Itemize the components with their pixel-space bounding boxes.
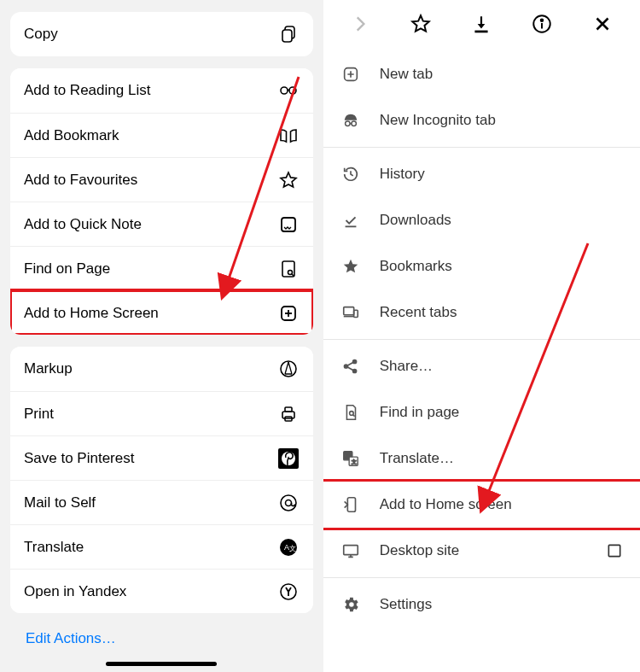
star-outline-icon[interactable] [409, 12, 433, 36]
ios-add-bookmark[interactable]: Add Bookmark [10, 113, 313, 157]
row-label: Add to Quick Note [24, 216, 142, 233]
menu-label: Downloads [380, 212, 451, 229]
svg-rect-21 [475, 31, 488, 33]
svg-point-32 [349, 412, 353, 416]
ios-find-on-page[interactable]: Find on Page [10, 246, 313, 290]
chrome-incognito[interactable]: New Incognito tab [323, 97, 640, 143]
chrome-find-in-page[interactable]: Find in page [323, 389, 640, 435]
pinterest-icon [277, 447, 300, 470]
svg-point-29 [344, 365, 347, 368]
chrome-menu: New tab New Incognito tab History Do [323, 0, 640, 672]
checkbox-unchecked-icon[interactable] [606, 542, 623, 559]
svg-point-26 [352, 121, 357, 126]
chrome-share[interactable]: Share… [323, 343, 640, 389]
row-label: Add to Home Screen [24, 305, 159, 322]
svg-rect-38 [344, 546, 358, 555]
translate-icon: A文 [277, 536, 300, 558]
chrome-recent-tabs[interactable]: Recent tabs [323, 289, 640, 336]
chrome-settings[interactable]: Settings [323, 581, 640, 628]
chrome-downloads[interactable]: Downloads [323, 197, 640, 243]
svg-rect-37 [347, 498, 355, 512]
ios-quick-note[interactable]: Add to Quick Note [10, 202, 313, 246]
menu-label: Desktop site [380, 542, 460, 559]
add-square-icon [277, 302, 300, 324]
menu-label: Translate… [380, 450, 454, 467]
row-label: Add to Reading List [24, 82, 150, 99]
info-icon[interactable] [530, 12, 554, 36]
ios-save-pinterest[interactable]: Save to Pinterest [10, 435, 313, 480]
share-icon [340, 356, 361, 377]
svg-point-23 [541, 19, 544, 21]
menu-label: New tab [380, 66, 433, 83]
gear-icon [340, 594, 361, 615]
row-label: Mail to Self [24, 494, 96, 511]
chrome-bookmarks[interactable]: Bookmarks [323, 243, 640, 289]
ios-copy[interactable]: Copy [10, 12, 313, 56]
find-page-icon [340, 402, 361, 423]
svg-point-25 [345, 121, 350, 126]
chrome-translate[interactable]: G文 Translate… [323, 435, 640, 482]
svg-text:G: G [345, 453, 349, 459]
svg-rect-28 [353, 310, 358, 317]
svg-point-2 [281, 87, 288, 94]
svg-rect-27 [344, 307, 354, 315]
svg-rect-1 [282, 30, 292, 42]
ios-add-favourites[interactable]: Add to Favourites [10, 157, 313, 202]
glasses-icon [277, 79, 300, 102]
row-label: Translate [24, 539, 84, 556]
svg-point-31 [352, 369, 356, 372]
markup-icon [277, 358, 300, 380]
row-label: Save to Pinterest [24, 450, 134, 467]
menu-label: History [380, 166, 425, 183]
copy-icon [277, 23, 300, 45]
ios-open-yandex[interactable]: Open in Yandex [10, 569, 313, 613]
desktop-icon [340, 541, 361, 561]
ios-markup[interactable]: Markup [10, 347, 313, 391]
page-search-icon [277, 258, 300, 280]
row-label: Add to Favourites [24, 172, 137, 189]
devices-icon [340, 302, 361, 323]
ios-mail-self[interactable]: Mail to Self [10, 480, 313, 524]
svg-point-15 [285, 500, 291, 505]
ios-group-copy: Copy [10, 12, 313, 56]
row-label: Find on Page [24, 260, 110, 278]
home-indicator [106, 662, 217, 666]
menu-label: Add to Home screen [380, 496, 512, 513]
plus-square-icon [340, 64, 361, 85]
printer-icon [277, 403, 300, 425]
menu-label: Find in page [380, 404, 460, 421]
forward-icon[interactable] [348, 12, 372, 36]
menu-label: New Incognito tab [380, 112, 496, 129]
row-label: Add Bookmark [24, 127, 119, 144]
star-filled-icon [340, 256, 361, 277]
close-icon[interactable] [591, 12, 614, 36]
ios-edit-actions[interactable]: Edit Actions… [10, 625, 313, 647]
chrome-add-home-screen[interactable]: Add to Home screen [323, 482, 640, 528]
svg-point-3 [289, 87, 296, 94]
row-label: Print [24, 406, 54, 423]
svg-point-30 [352, 359, 356, 363]
ios-add-home-screen[interactable]: Add to Home Screen [10, 290, 313, 335]
google-translate-icon: G文 [340, 448, 361, 469]
download-icon[interactable] [469, 12, 493, 36]
chrome-toolbar [323, 0, 640, 48]
chrome-history[interactable]: History [323, 151, 640, 197]
row-label: Markup [24, 360, 73, 377]
ios-reading-list[interactable]: Add to Reading List [10, 68, 313, 113]
row-label: Copy [24, 26, 58, 43]
chrome-desktop-site[interactable]: Desktop site [323, 528, 640, 574]
ios-share-sheet: Copy Add to Reading List Add Bookmark [0, 0, 323, 672]
note-icon [277, 213, 300, 236]
svg-text:文: 文 [352, 459, 357, 465]
edit-actions-label: Edit Actions… [26, 630, 116, 646]
ios-print[interactable]: Print [10, 391, 313, 435]
svg-point-14 [281, 495, 296, 511]
row-label: Open in Yandex [24, 583, 126, 600]
menu-label: Settings [380, 596, 432, 613]
incognito-icon [340, 110, 361, 131]
at-icon [277, 492, 300, 514]
star-outline-icon [277, 169, 300, 191]
ios-group-add: Add to Reading List Add Bookmark Add to … [10, 68, 313, 335]
chrome-new-tab[interactable]: New tab [323, 51, 640, 97]
ios-translate[interactable]: Translate A文 [10, 524, 313, 569]
